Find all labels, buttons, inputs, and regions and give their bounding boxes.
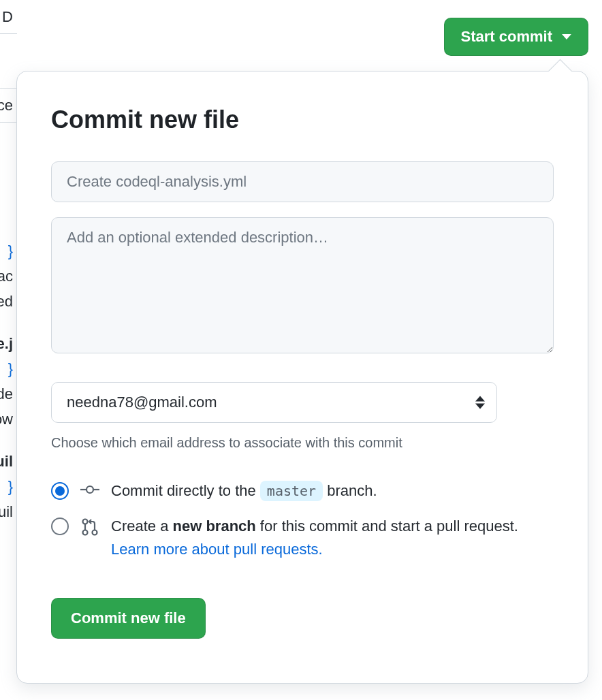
git-commit-icon [80, 482, 100, 497]
email-select-value: needna78@gmail.com [67, 394, 217, 411]
bg-line: ac [0, 264, 17, 289]
bg-row [0, 34, 17, 89]
bg-line: } [0, 474, 17, 499]
svg-point-5 [93, 530, 97, 535]
bg-line: de [0, 381, 17, 407]
commit-message-input[interactable] [51, 161, 554, 202]
bg-line: uil [0, 499, 17, 524]
radio-newbranch-label: Create a new branch for this commit and … [111, 515, 554, 561]
caret-down-icon [562, 34, 571, 39]
email-select[interactable]: needna78@gmail.com [51, 382, 497, 423]
radio-input-unselected[interactable] [51, 518, 69, 535]
bg-line: uil [0, 449, 17, 474]
pull-request-icon [80, 518, 100, 537]
branch-badge: master [260, 481, 323, 501]
svg-point-0 [86, 486, 93, 493]
bg-line: } [0, 356, 17, 381]
bg-row: D [0, 0, 17, 34]
background-cropped-text: D ce } ac ed e.j } de ow uil } uil [0, 0, 17, 524]
commit-description-textarea[interactable] [51, 217, 554, 353]
bg-line: } [0, 238, 17, 264]
commit-popover: Commit new file needna78@gmail.com Choos… [16, 71, 588, 684]
email-select-wrap: needna78@gmail.com [51, 382, 497, 423]
radio-direct-label: Commit directly to the master branch. [111, 479, 554, 503]
popover-title: Commit new file [51, 106, 554, 134]
email-helper-text: Choose which email address to associate … [51, 435, 554, 451]
radio-commit-direct[interactable]: Commit directly to the master branch. [51, 479, 554, 503]
svg-point-4 [83, 530, 88, 535]
commit-new-file-button[interactable]: Commit new file [51, 598, 206, 639]
radio-new-branch[interactable]: Create a new branch for this commit and … [51, 515, 554, 561]
start-commit-label: Start commit [461, 28, 552, 46]
radio-input-selected[interactable] [51, 482, 69, 500]
start-commit-button[interactable]: Start commit [444, 18, 588, 56]
learn-more-link[interactable]: Learn more about pull requests. [111, 541, 323, 558]
bg-line: ow [0, 407, 17, 432]
bg-line: ed [0, 289, 17, 314]
submit-label: Commit new file [71, 609, 186, 626]
svg-point-3 [83, 520, 88, 524]
bg-line: e.j [0, 331, 17, 356]
bg-row: ce [0, 89, 17, 123]
